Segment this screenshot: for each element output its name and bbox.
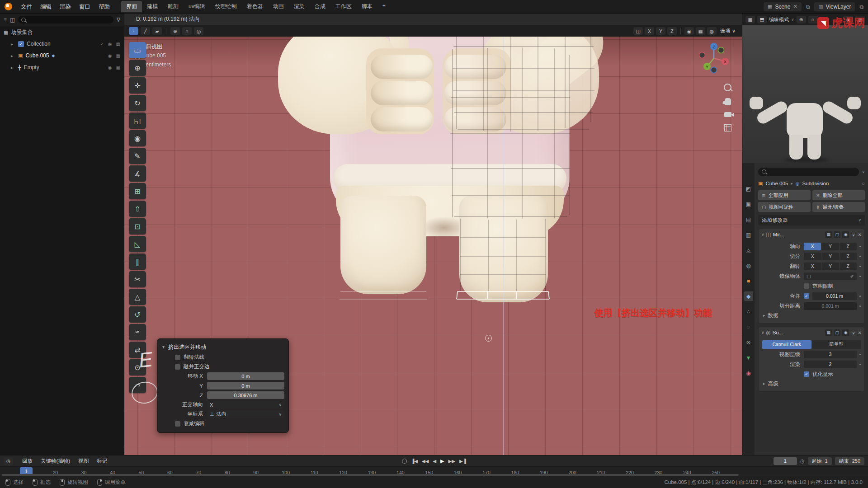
overlays-icon[interactable]: ◉ xyxy=(684,27,694,35)
menu-item[interactable]: 渲染 xyxy=(56,2,75,11)
flip-normals-row[interactable]: 翻转法线 xyxy=(161,352,284,362)
annotate-tool[interactable]: ✎ xyxy=(129,148,146,164)
expand-caret-icon[interactable]: ▸ xyxy=(11,65,15,70)
view-visibility-button[interactable]: ▢视图可见性 xyxy=(758,202,811,212)
workspace-tab-texture-paint[interactable]: 纹理绘制 xyxy=(210,1,242,12)
simple-button[interactable]: 简单型 xyxy=(812,340,861,349)
snapping-icon[interactable]: ∩ xyxy=(182,27,192,35)
data-section-header[interactable]: ▸ 数据 xyxy=(762,311,861,320)
scene-tab[interactable]: ◬ xyxy=(744,245,753,255)
shear-tool[interactable]: ▱ xyxy=(129,377,146,393)
outliner-cube-row[interactable]: ▸ ▣ Cube.005 ◆ ◉▦ xyxy=(0,50,124,61)
inset-faces-tool[interactable]: ⊡ xyxy=(129,218,146,235)
xray-toggle-icon[interactable]: ▦ xyxy=(696,27,705,35)
cursor-tool[interactable]: ⊕ xyxy=(129,60,146,76)
workspace-tab-compositing[interactable]: 合成 xyxy=(310,1,330,12)
dissolve-row[interactable]: 融并正交边 xyxy=(161,362,284,371)
viewport-canvas[interactable]: 正交前视图 (1) Cube.005 10 Centimeters ▭⊕✛↻◱◉… xyxy=(124,37,742,455)
mode-icon[interactable]: ⬒ xyxy=(757,16,767,23)
symmetry-z-toggle[interactable]: Z xyxy=(667,27,677,35)
start-frame-field[interactable]: 起始 1 xyxy=(808,457,832,465)
outliner-empty-row[interactable]: ▸ ╋ Empty ◉▦ xyxy=(0,61,124,73)
symmetry-x-toggle[interactable]: X xyxy=(645,27,654,35)
modifier-name[interactable]: Mir... xyxy=(773,232,784,237)
vertex-select-mode-button[interactable]: ∙ xyxy=(129,27,138,35)
modifier-tab[interactable]: ◆ xyxy=(744,291,753,301)
modifier-extras-icon[interactable]: ∨ xyxy=(852,330,855,335)
axis-z-toggle[interactable]: Z xyxy=(840,243,857,250)
outliner-scene-collection-row[interactable]: ▦ 场景集合 xyxy=(0,26,124,38)
options-dropdown[interactable]: 选项 ∨ xyxy=(718,28,737,34)
operator-panel-title-row[interactable]: ▼ 挤出选区并移动 xyxy=(161,342,284,352)
outliner-mode-icon[interactable]: ◫ xyxy=(10,17,15,23)
menu-item[interactable]: 文件 xyxy=(17,2,36,11)
expand-collapse-button[interactable]: ⇕展开/折叠 xyxy=(812,202,865,212)
new-scene-icon[interactable]: ⧉ xyxy=(806,4,810,10)
modifier-extras-icon[interactable]: ∨ xyxy=(852,232,855,237)
workspace-tab-shading[interactable]: 着色器 xyxy=(242,1,268,12)
tweak-select-tool[interactable]: ▭ xyxy=(129,42,146,58)
transform-tool[interactable]: ◉ xyxy=(129,130,146,146)
timeline-menu-item[interactable]: 回放 xyxy=(19,457,36,465)
render-display-toggle[interactable]: ◉ xyxy=(842,231,849,238)
workspace-tab-rendering[interactable]: 渲染 xyxy=(289,1,310,12)
add-workspace-tab[interactable]: + xyxy=(377,1,391,12)
edge-select-mode-button[interactable]: ╱ xyxy=(141,27,150,35)
optimal-display-checkbox[interactable]: ✓ xyxy=(804,371,809,377)
world-tab[interactable]: ◍ xyxy=(744,261,753,270)
transform-orientation-icon[interactable]: ⊕ xyxy=(170,27,180,35)
orientation-icon[interactable]: ⊕ xyxy=(797,16,806,23)
extrude-region-tool[interactable]: ⇧ xyxy=(129,201,146,217)
animate-dot[interactable] xyxy=(859,276,861,277)
delete-all-button[interactable]: ✕删除全部 xyxy=(812,190,865,200)
mirror-object-field[interactable]: ▢ ✐ xyxy=(804,272,857,280)
filter-dropdown-icon[interactable]: ∨ xyxy=(862,169,865,174)
realtime-display-toggle[interactable]: ▢ xyxy=(834,231,840,238)
realtime-display-toggle[interactable]: ▢ xyxy=(834,329,840,336)
add-cube-tool[interactable]: ⊞ xyxy=(129,183,146,199)
menu-item[interactable]: 编辑 xyxy=(36,2,56,11)
visibility-icons[interactable]: ◉▦ xyxy=(108,53,120,58)
jump-to-start-button[interactable]: ▐◀ xyxy=(411,459,418,464)
visibility-icons[interactable]: ◉▦ xyxy=(108,65,120,70)
scene-unlink-icon[interactable]: ✕ xyxy=(793,4,797,9)
pin-icon[interactable]: ○ xyxy=(862,181,865,186)
rotate-tool[interactable]: ↻ xyxy=(129,95,146,111)
collapse-caret-icon[interactable]: ▼ xyxy=(161,345,165,349)
play-reverse-button[interactable]: ◀ xyxy=(433,459,436,464)
move-z-field[interactable]: 0.30976 m xyxy=(207,391,284,399)
play-button[interactable]: ▶ xyxy=(440,458,444,464)
camera-icon[interactable]: ▦ xyxy=(116,42,120,47)
physics-tab[interactable]: ◌ xyxy=(744,322,753,332)
smooth-tool[interactable]: ≈ xyxy=(129,324,146,340)
workspace-tab-animation[interactable]: 动画 xyxy=(268,1,289,12)
loop-cut-tool[interactable]: ∥ xyxy=(129,253,146,270)
breadcrumb-modifier[interactable]: Subdivision xyxy=(802,181,829,186)
optimal-display-row[interactable]: ✓ 优化显示 xyxy=(762,369,861,379)
end-frame-field[interactable]: 结束 250 xyxy=(835,457,864,465)
exclude-icon[interactable]: ✓ xyxy=(100,42,104,47)
camera-icon[interactable]: ▦ xyxy=(116,53,120,58)
viewport-levels-field[interactable]: 3 xyxy=(804,351,857,358)
camera-icon[interactable]: ▦ xyxy=(116,65,120,70)
eye-icon[interactable]: ◉ xyxy=(108,53,112,58)
menu-item[interactable]: 帮助 xyxy=(94,2,114,11)
prev-keyframe-button[interactable]: ◀◀ xyxy=(422,459,429,464)
workspace-tab-modeling[interactable]: 建模 xyxy=(142,1,163,12)
axis-x-toggle[interactable]: X xyxy=(804,243,821,250)
current-frame-field[interactable]: 1 xyxy=(774,457,797,465)
blender-logo-icon[interactable] xyxy=(5,3,12,10)
shading-mode-icon[interactable]: ◍ xyxy=(707,27,717,35)
measure-tool[interactable]: ∡ xyxy=(129,165,146,182)
timeline-editor-type-icon[interactable]: ◷ xyxy=(4,457,13,465)
animate-dot[interactable] xyxy=(859,354,861,355)
modifier-name[interactable]: Su... xyxy=(773,330,783,335)
scale-tool[interactable]: ◱ xyxy=(129,113,146,129)
properties-search-input[interactable] xyxy=(758,168,859,176)
bisect-x-toggle[interactable]: X xyxy=(804,253,821,260)
object-data-tab[interactable]: ▼ xyxy=(744,353,753,362)
shrink-fatten-tool[interactable]: ⊙ xyxy=(129,359,146,375)
flip-y-toggle[interactable]: Y xyxy=(821,263,839,270)
orientation-dropdown[interactable]: ⊥ 法向 ∨ xyxy=(207,410,284,418)
add-viewlayer-icon[interactable]: ⧉ xyxy=(859,4,863,10)
